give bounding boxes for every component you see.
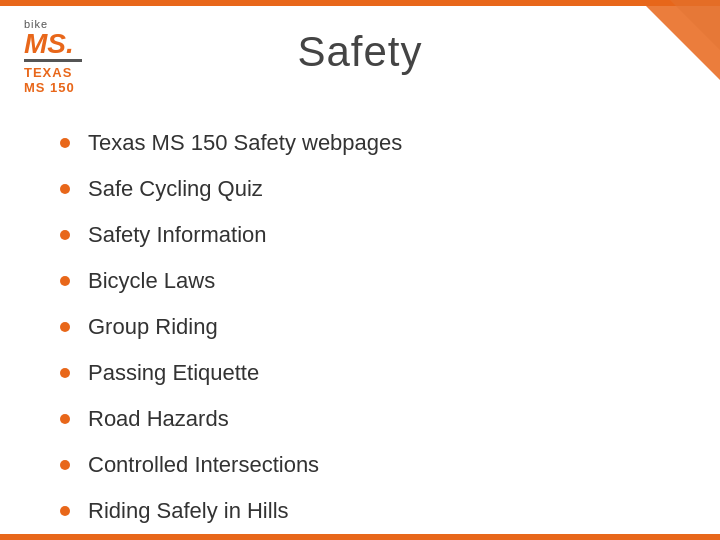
bullet-dot-icon (60, 506, 70, 516)
bullet-text: Safe Cycling Quiz (88, 176, 263, 202)
list-item: Bicycle Laws (60, 268, 402, 294)
list-item: Road Hazards (60, 406, 402, 432)
list-item: Texas MS 150 Safety webpages (60, 130, 402, 156)
bullet-text: Controlled Intersections (88, 452, 319, 478)
bullet-dot-icon (60, 276, 70, 286)
list-item: Safe Cycling Quiz (60, 176, 402, 202)
bullet-text: Riding Safely in Hills (88, 498, 289, 524)
bullet-dot-icon (60, 460, 70, 470)
bullet-dot-icon (60, 368, 70, 378)
bullet-text: Texas MS 150 Safety webpages (88, 130, 402, 156)
bullet-text: Road Hazards (88, 406, 229, 432)
bullet-list: Texas MS 150 Safety webpagesSafe Cycling… (60, 130, 402, 540)
bullet-text: Group Riding (88, 314, 218, 340)
logo-ms150-label: MS 150 (24, 80, 144, 95)
list-item: Controlled Intersections (60, 452, 402, 478)
list-item: Safety Information (60, 222, 402, 248)
list-item: Passing Etiquette (60, 360, 402, 386)
bullet-text: Safety Information (88, 222, 267, 248)
list-item: Group Riding (60, 314, 402, 340)
bullet-dot-icon (60, 138, 70, 148)
bullet-text: Passing Etiquette (88, 360, 259, 386)
bullet-text: Bicycle Laws (88, 268, 215, 294)
bullet-dot-icon (60, 414, 70, 424)
top-bar (0, 0, 720, 6)
bullet-dot-icon (60, 184, 70, 194)
bullet-dot-icon (60, 230, 70, 240)
bullet-dot-icon (60, 322, 70, 332)
page-title: Safety (0, 28, 720, 76)
list-item: Riding Safely in Hills (60, 498, 402, 524)
